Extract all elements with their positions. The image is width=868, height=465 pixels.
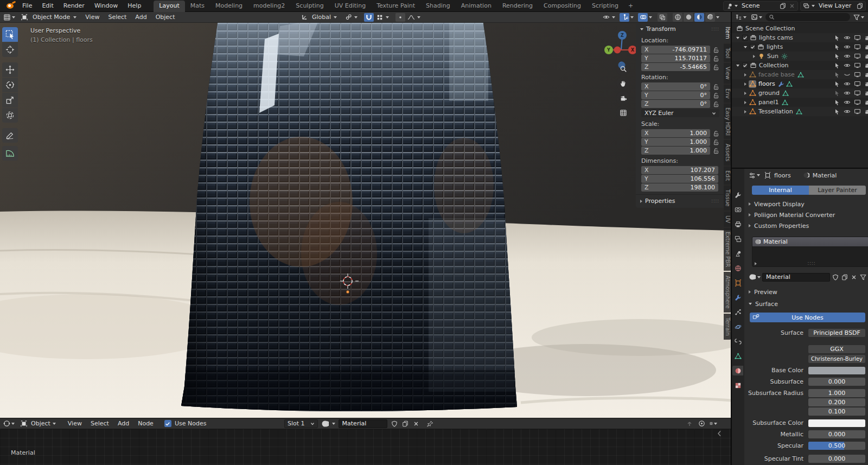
collection-checkbox[interactable] <box>742 35 748 41</box>
viewport-menu-object[interactable]: Object <box>151 12 180 22</box>
subsurface-field[interactable]: 0.000 <box>808 378 865 386</box>
metallic-field[interactable]: 0.000 <box>808 430 865 438</box>
orientation-selector[interactable]: Global <box>310 12 333 22</box>
disable-viewport-icon[interactable] <box>854 108 861 115</box>
workspace-tab-modeling2[interactable]: modeling2 <box>248 1 290 12</box>
unlink-material-icon[interactable] <box>850 273 858 281</box>
expand-arrow[interactable] <box>744 110 746 113</box>
outliner-filter-icon[interactable] <box>852 13 865 22</box>
lock-location-x-icon[interactable] <box>712 46 719 53</box>
mode-dropdown-arrow[interactable] <box>73 16 76 18</box>
hide-eye-icon[interactable] <box>844 90 851 97</box>
editor-type-outliner-icon[interactable] <box>734 13 748 22</box>
scale-x-field[interactable]: X1.000 <box>641 129 710 137</box>
specular-field[interactable]: 0.500 <box>808 442 865 450</box>
tab-internal[interactable]: Internal <box>752 186 809 195</box>
surface-shader-dropdown[interactable]: Principled BSDF <box>808 329 865 337</box>
shader-menu-select[interactable]: Select <box>86 418 113 429</box>
slot-list-grip[interactable]: :::: <box>757 261 866 266</box>
pan-hand-icon[interactable] <box>616 77 630 90</box>
workspace-tab-layout[interactable]: Layout <box>154 1 184 12</box>
sidebar-tab-assets[interactable]: Assets <box>724 140 731 165</box>
panel-viewport-display[interactable]: Viewport Display <box>744 199 868 209</box>
disable-render-icon[interactable] <box>864 62 868 69</box>
selectable-icon[interactable] <box>834 62 840 69</box>
hide-eye-icon[interactable] <box>844 108 851 115</box>
lock-location-z-icon[interactable] <box>712 63 719 71</box>
sidebar-tab-edit[interactable]: Edit <box>724 167 731 184</box>
panel-preview[interactable]: Preview <box>744 286 777 297</box>
workspace-tab-rendering[interactable]: Rendering <box>497 1 538 12</box>
workspace-tab-scripting[interactable]: Scripting <box>586 1 624 12</box>
shader-type-selector[interactable]: Object <box>29 418 53 429</box>
falloff-dropdown-arrow[interactable] <box>417 16 420 18</box>
workspace-tab-modeling[interactable]: Modeling <box>210 1 248 12</box>
disable-viewport-icon[interactable] <box>854 99 861 106</box>
node-tree-icon[interactable] <box>859 273 867 281</box>
unlink-material-icon[interactable] <box>412 420 420 428</box>
expand-arrow[interactable] <box>744 46 747 48</box>
location-x-field[interactable]: X-746.09711 <box>641 46 710 54</box>
properties-tab-constraints-icon[interactable] <box>732 336 743 346</box>
properties-tab-modifiers-icon[interactable] <box>732 292 743 302</box>
properties-tab-particles-icon[interactable] <box>732 307 743 317</box>
hidden-eye-icon[interactable] <box>844 71 851 78</box>
expand-arrow[interactable] <box>744 101 746 104</box>
shading-rendered-icon[interactable] <box>705 13 715 22</box>
panel-surface[interactable]: Surface <box>744 298 778 309</box>
disable-viewport-icon[interactable] <box>854 53 861 60</box>
rotation-y-field[interactable]: Y0° <box>641 91 710 99</box>
pivot-point-icon[interactable] <box>343 13 353 22</box>
editor-type-shader-icon[interactable] <box>2 419 16 428</box>
tool-rotate[interactable] <box>2 78 18 92</box>
shading-dropdown-arrow[interactable] <box>716 16 719 18</box>
properties-tab-texture-icon[interactable] <box>732 380 743 390</box>
shader-menu-add[interactable]: Add <box>113 418 133 429</box>
disable-render-icon[interactable] <box>864 53 868 60</box>
menu-help[interactable]: Help <box>123 0 146 11</box>
fake-user-shield-icon[interactable] <box>832 273 839 281</box>
sidebar-tab-item[interactable]: Item <box>724 23 731 43</box>
material-name-field[interactable]: Material <box>339 419 387 428</box>
new-view-layer-icon[interactable] <box>856 2 864 10</box>
properties-tab-material-icon[interactable] <box>732 366 743 375</box>
overlays-toggle-icon[interactable] <box>638 13 648 22</box>
overlays-dropdown-arrow[interactable] <box>649 16 652 18</box>
outliner-row-sun[interactable]: Sun <box>731 52 868 61</box>
base-color-swatch[interactable] <box>808 367 865 374</box>
toggle-ortho-icon[interactable] <box>616 106 630 119</box>
blender-logo-icon[interactable] <box>3 2 16 10</box>
new-scene-icon[interactable] <box>779 2 787 10</box>
collection-checkbox[interactable] <box>742 62 748 68</box>
selectable-icon[interactable] <box>834 72 840 78</box>
disable-render-icon[interactable] <box>864 99 868 106</box>
sidebar-tab-easy-hdri[interactable]: Easy HDRI <box>724 104 731 139</box>
material-browse-arrow[interactable] <box>757 276 761 278</box>
subsurface-radius-z-field[interactable]: 0.100 <box>808 407 865 416</box>
disable-render-icon[interactable] <box>864 35 868 41</box>
lock-scale-z-icon[interactable] <box>712 147 719 154</box>
view-layer-name[interactable]: View Layer <box>816 2 854 9</box>
sidebar-tab-env[interactable]: Env <box>724 85 731 103</box>
copy-material-icon[interactable] <box>841 273 848 281</box>
material-sphere-icon[interactable] <box>321 420 329 428</box>
snap-toggle-icon[interactable] <box>364 13 374 22</box>
material-sphere-icon[interactable] <box>749 273 756 281</box>
disable-render-icon[interactable] <box>864 72 868 78</box>
hide-eye-icon[interactable] <box>844 62 851 69</box>
use-nodes-checkbox[interactable] <box>164 420 171 427</box>
properties-tab-view-layer-icon[interactable] <box>732 234 743 244</box>
properties-tab-world-icon[interactable] <box>732 263 743 273</box>
expand-arrow[interactable] <box>744 92 746 95</box>
disable-viewport-icon[interactable] <box>854 43 861 50</box>
material-slot-selected[interactable]: Material <box>752 237 868 246</box>
subsurface-color-swatch[interactable] <box>808 419 865 427</box>
zoom-icon[interactable] <box>616 62 630 75</box>
selectable-icon[interactable] <box>834 81 840 87</box>
outliner-display-mode-icon[interactable] <box>750 13 763 22</box>
outliner-row-scene-collection[interactable]: Scene Collection <box>731 24 868 33</box>
shader-menu-node[interactable]: Node <box>133 418 158 429</box>
subsurface-method-dropdown[interactable]: Christensen-Burley <box>808 355 865 363</box>
workspace-tab-uv-editing[interactable]: UV Editing <box>329 1 371 12</box>
object-visibility-icon[interactable] <box>601 13 611 22</box>
